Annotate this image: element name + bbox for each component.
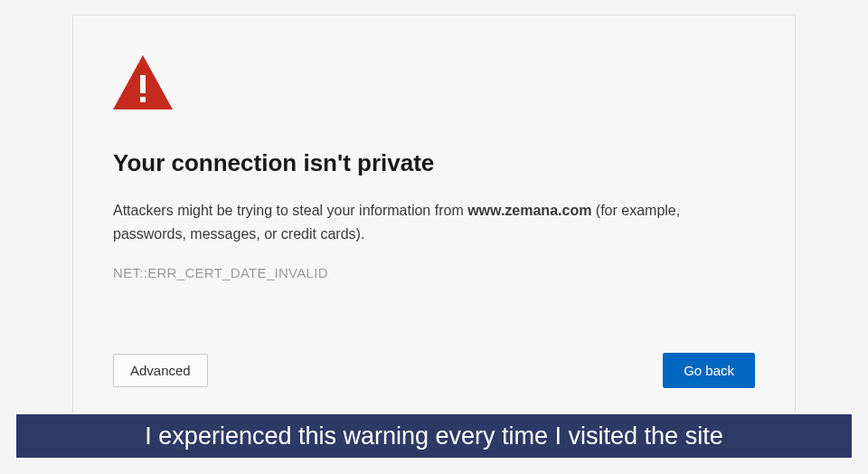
- error-panel: Your connection isn't private Attackers …: [72, 14, 796, 418]
- go-back-button[interactable]: Go back: [663, 353, 755, 388]
- dangerous-domain: www.zemana.com: [467, 203, 591, 218]
- warning-triangle-icon: [113, 55, 173, 109]
- svg-rect-2: [140, 97, 146, 102]
- caption-bar: I experienced this warning every time I …: [14, 412, 854, 460]
- description-prefix: Attackers might be trying to steal your …: [113, 203, 467, 218]
- page-title: Your connection isn't private: [113, 149, 755, 177]
- button-row: Advanced Go back: [113, 353, 755, 388]
- error-code: NET::ERR_CERT_DATE_INVALID: [113, 265, 755, 280]
- error-description: Attackers might be trying to steal your …: [113, 199, 755, 245]
- advanced-button[interactable]: Advanced: [113, 354, 208, 387]
- svg-rect-1: [140, 75, 146, 93]
